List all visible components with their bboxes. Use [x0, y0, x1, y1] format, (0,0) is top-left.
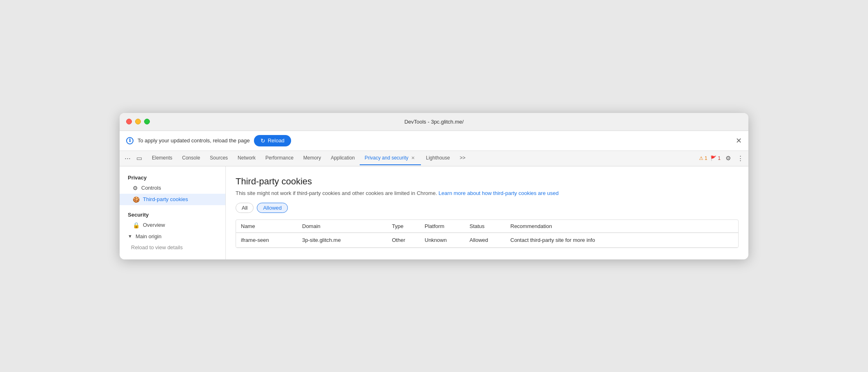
tab-console[interactable]: Console [177, 152, 205, 165]
learn-more-link[interactable]: Learn more about how third-party cookies… [438, 190, 559, 196]
page-title: Third-party cookies [236, 176, 739, 187]
cell-status: Allowed [465, 232, 505, 247]
col-header-name: Name [236, 220, 297, 233]
col-header-platform: Platform [420, 220, 465, 233]
element-picker-icon[interactable]: ⋯ [123, 153, 132, 164]
reload-button[interactable]: ↻ Reload [254, 135, 291, 146]
sidebar-item-third-party-cookies[interactable]: 🍪 Third-party cookies [120, 194, 225, 205]
tabs-right: ⚠ 1 🚩 1 ⚙ ⋮ [699, 153, 745, 164]
reload-banner: ℹ To apply your updated controls, reload… [120, 131, 748, 151]
devtools-window: DevTools - 3pc.glitch.me/ ℹ To apply you… [120, 113, 748, 259]
expand-arrow-icon: ▼ [128, 234, 132, 239]
controls-icon: ⚙ [133, 185, 138, 191]
cell-platform: Unknown [420, 232, 465, 247]
filter-allowed-button[interactable]: Allowed [257, 203, 288, 213]
warn-badge[interactable]: ⚠ 1 [699, 155, 708, 161]
devtools-body: ℹ To apply your updated controls, reload… [120, 131, 748, 259]
devtools-icons: ⋯ ▭ [123, 153, 144, 164]
more-tabs-button[interactable]: >> [455, 152, 470, 165]
flag-badge[interactable]: 🚩 1 [710, 155, 721, 161]
traffic-lights [126, 119, 150, 124]
more-options-icon[interactable]: ⋮ [736, 153, 745, 164]
minimize-button[interactable] [135, 119, 141, 124]
maximize-button[interactable] [144, 119, 150, 124]
cookies-table: Name Domain Type Platform Status Recomme… [236, 220, 738, 248]
col-header-type: Type [387, 220, 420, 233]
tab-network[interactable]: Network [233, 152, 260, 165]
lock-icon: 🔒 [133, 222, 140, 228]
sidebar-item-reload-detail: Reload to view details [120, 242, 225, 253]
banner-message: To apply your updated controls, reload t… [138, 137, 250, 144]
col-header-domain: Domain [297, 220, 387, 233]
reload-icon: ↻ [260, 137, 265, 144]
security-section-title: Security [120, 210, 225, 219]
page-subtitle: This site might not work if third-party … [236, 190, 739, 196]
tab-privacy-security[interactable]: Privacy and security ✕ [360, 152, 421, 165]
col-header-status: Status [465, 220, 505, 233]
tab-elements[interactable]: Elements [147, 152, 177, 165]
filter-all-button[interactable]: All [236, 203, 254, 213]
sidebar-item-overview[interactable]: 🔒 Overview [120, 219, 225, 231]
table-header-row: Name Domain Type Platform Status Recomme… [236, 220, 738, 233]
col-header-recommendation: Recommendation [505, 220, 738, 233]
info-icon: ℹ [126, 137, 134, 144]
reload-label: Reload [268, 137, 285, 144]
tab-application[interactable]: Application [326, 152, 360, 165]
window-title: DevTools - 3pc.glitch.me/ [404, 119, 463, 125]
device-toggle-icon[interactable]: ▭ [135, 153, 144, 164]
page-main: Third-party cookies This site might not … [226, 166, 748, 259]
titlebar: DevTools - 3pc.glitch.me/ [120, 113, 748, 131]
sidebar-item-main-origin[interactable]: ▼ Main origin [120, 231, 225, 242]
tab-sources[interactable]: Sources [205, 152, 233, 165]
cell-domain: 3p-site.glitch.me [297, 232, 387, 247]
tab-memory[interactable]: Memory [298, 152, 326, 165]
table-container: Name Domain Type Platform Status Recomme… [236, 219, 739, 248]
cell-recommendation: Contact third-party site for more info [505, 232, 738, 247]
cell-type: Other [387, 232, 420, 247]
tab-close-icon[interactable]: ✕ [410, 155, 416, 161]
sidebar: Privacy ⚙ Controls 🍪 Third-party cookies… [120, 166, 226, 259]
tabs-bar: ⋯ ▭ Elements Console Sources Network Per… [120, 151, 748, 166]
filter-tabs: All Allowed [236, 203, 739, 213]
banner-close-button[interactable]: ✕ [736, 136, 742, 145]
privacy-section-title: Privacy [120, 173, 225, 182]
cell-name: iframe-seen [236, 232, 297, 247]
main-content: Privacy ⚙ Controls 🍪 Third-party cookies… [120, 166, 748, 259]
cookies-icon: 🍪 [133, 196, 140, 203]
tab-lighthouse[interactable]: Lighthouse [421, 152, 455, 165]
sidebar-item-controls[interactable]: ⚙ Controls [120, 182, 225, 194]
settings-icon[interactable]: ⚙ [724, 153, 732, 164]
tab-performance[interactable]: Performance [260, 152, 298, 165]
table-row[interactable]: iframe-seen 3p-site.glitch.me Other Unkn… [236, 232, 738, 247]
close-button[interactable] [126, 119, 132, 124]
